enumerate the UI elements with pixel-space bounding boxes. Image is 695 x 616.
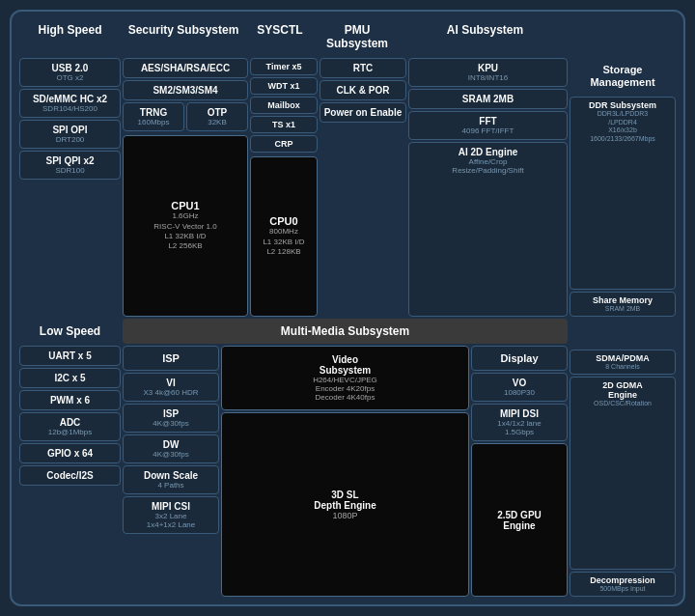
threed-block: 3D SL Depth Engine 1080P xyxy=(221,412,469,597)
sd-block: SD/eMMC HC x2 SDR104/HS200 xyxy=(19,89,121,118)
display-column: Display VO 1080P30 MIPI DSI 1x4/1x2 lane… xyxy=(471,346,568,597)
wdt-block: WDT x1 xyxy=(250,77,318,95)
power-block: Power on Enable xyxy=(320,102,406,123)
sysctl-column: Timer x5 WDT x1 Mailbox TS x1 CRP CPU0 8… xyxy=(250,58,318,317)
isp-column: ISP VI X3 4k@60 HDR ISP 4K@30fps DW 4K@3… xyxy=(123,346,219,597)
cpu1-block: CPU1 1.6GHz RISC-V Vector 1.0 L1 32KB I/… xyxy=(123,135,248,317)
storage-column-bottom: SDMA/PDMA 8 Channels 2D GDMA Engine OSD/… xyxy=(570,319,676,597)
i2c-block: I2C x 5 xyxy=(19,368,121,388)
ai-header: AI Subsystem xyxy=(401,19,570,54)
storage-column-top: Storage Management DDR Subsystem DDR3L/L… xyxy=(570,58,676,317)
sram-block: SRAM 2MB xyxy=(408,89,568,109)
ts-block: TS x1 xyxy=(250,116,318,133)
ai-column: KPU INT8/INT16 SRAM 2MB FFT 4096 FFT/IFF… xyxy=(408,58,568,317)
decomp-block: Decompression 500MBps Input xyxy=(570,572,676,597)
isp-sub-block: ISP 4K@30fps xyxy=(123,404,219,433)
display-header: Display xyxy=(471,346,568,371)
downscale-block: Down Scale 4 Paths xyxy=(123,465,219,494)
bottom-section: Low Speed UART x 5 I2C x 5 PWM x 6 ADC 1… xyxy=(19,319,676,597)
mipi-dsi-block: MIPI DSI 1x4/1x2 lane 1.5Gbps xyxy=(471,404,568,441)
cpu0-block: CPU0 800MHz L1 32KB I/D L2 128KB xyxy=(250,156,318,317)
vi-block: VI X3 4k@60 HDR xyxy=(123,373,219,402)
multimedia-area: Multi-Media Subsystem ISP VI X3 4k@60 HD… xyxy=(123,319,568,597)
gdma-block: 2D GDMA Engine OSD/CSC/Rotation xyxy=(570,377,676,569)
video-block: Video Subsystem H264/HEVC/JPEG Encoder 4… xyxy=(221,346,469,410)
multimedia-header: Multi-Media Subsystem xyxy=(123,319,568,344)
chip-diagram: High Speed Security Subsystem SYSCTL PMU… xyxy=(10,10,685,606)
mipicsi-block: MIPI CSI 3x2 Lane 1x4+1x2 Lane xyxy=(123,496,219,534)
usb-block: USB 2.0 OTG x2 xyxy=(19,58,121,87)
pmu-header: PMU Subsystem xyxy=(314,19,401,54)
sysctl-header: SYSCTL xyxy=(246,19,314,54)
vo-block: VO 1080P30 xyxy=(471,373,568,402)
trng-otp-row: TRNG 160Mbps OTP 32KB xyxy=(123,102,248,131)
sdma-block: SDMA/PDMA 8 Channels xyxy=(570,350,676,375)
low-speed-header: Low Speed xyxy=(19,319,121,344)
ddr-block: DDR Subsystem DDR3L/LPDDR3 /LPDDR4 X16/x… xyxy=(570,97,676,289)
kpu-block: KPU INT8/INT16 xyxy=(408,58,568,87)
high-speed-header: High Speed xyxy=(19,19,121,54)
high-speed-column: USB 2.0 OTG x2 SD/eMMC HC x2 SDR104/HS20… xyxy=(19,58,121,317)
otp-block: OTP 32KB xyxy=(186,102,248,131)
pwm-block: PWM x 6 xyxy=(19,390,121,410)
header-row: High Speed Security Subsystem SYSCTL PMU… xyxy=(19,19,676,54)
share-mem-block: Share Memory SRAM 2MB xyxy=(570,292,676,317)
video-column: Video Subsystem H264/HEVC/JPEG Encoder 4… xyxy=(221,346,469,597)
spi-opi-block: SPI OPI DRT200 xyxy=(19,120,121,149)
trng-block: TRNG 160Mbps xyxy=(123,102,184,131)
spi-qpi-block: SPI QPI x2 SDR100 xyxy=(19,151,121,180)
uart-block: UART x 5 xyxy=(19,346,121,366)
gpu-block: 2.5D GPU Engine xyxy=(471,443,568,597)
gpio-block: GPIO x 64 xyxy=(19,443,121,463)
aes-block: AES/SHA/RSA/ECC xyxy=(123,58,248,78)
dw-block: DW 4K@30fps xyxy=(123,434,219,463)
clk-block: CLK & POR xyxy=(320,80,406,100)
low-speed-column: Low Speed UART x 5 I2C x 5 PWM x 6 ADC 1… xyxy=(19,319,121,597)
mailbox-block: Mailbox xyxy=(250,97,318,114)
security-column: AES/SHA/RSA/ECC SM2/SM3/SM4 TRNG 160Mbps… xyxy=(123,58,248,317)
security-header: Security Subsystem xyxy=(121,19,246,54)
ai2d-block: AI 2D Engine Affine/Crop Resize/Padding/… xyxy=(408,142,568,317)
multimedia-content: ISP VI X3 4k@60 HDR ISP 4K@30fps DW 4K@3… xyxy=(123,346,568,597)
adc-block: ADC 12b@1Mbps xyxy=(19,412,121,441)
pmu-column: RTC CLK & POR Power on Enable xyxy=(320,58,406,317)
sm-block: SM2/SM3/SM4 xyxy=(123,80,248,100)
rtc-block: RTC xyxy=(320,58,406,78)
isp-header: ISP xyxy=(123,346,219,371)
crp-block: CRP xyxy=(250,135,318,153)
fft-block: FFT 4096 FFT/IFFT xyxy=(408,111,568,140)
storage-header-text: Storage Management xyxy=(590,64,654,88)
timer-block: Timer x5 xyxy=(250,58,318,75)
codec-block: Codec/I2S xyxy=(19,465,121,486)
